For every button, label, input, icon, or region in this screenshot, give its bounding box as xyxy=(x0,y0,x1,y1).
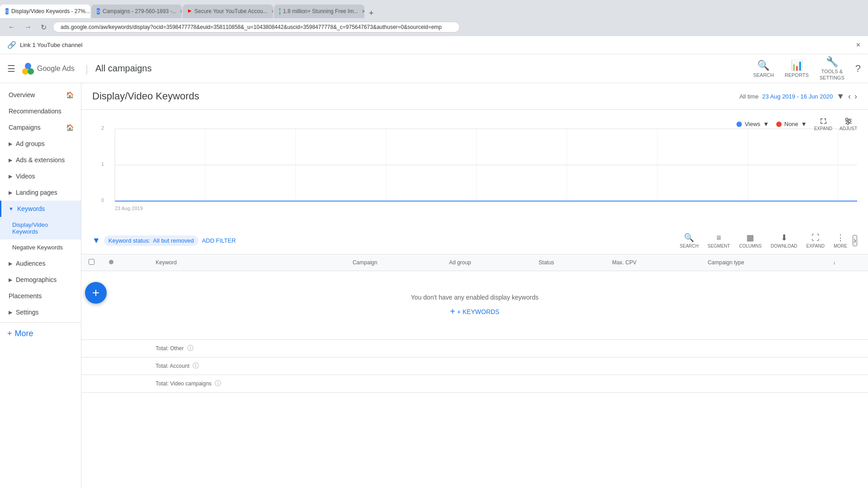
help-button[interactable]: ? xyxy=(855,63,861,75)
sidebar-more[interactable]: + More xyxy=(0,324,81,343)
tab-active[interactable]: G Display/Video Keywords - 27%... ✕ xyxy=(0,5,90,18)
chart-controls: Views ▼ None ▼ EXPAND ADJUST xyxy=(736,117,857,131)
date-prev-button[interactable]: ‹ xyxy=(848,92,851,101)
expand-toolbar-label: EXPAND xyxy=(807,244,825,249)
col-status[interactable]: Status xyxy=(532,254,605,271)
content-area: Display/Video Keywords All time 23 Aug 2… xyxy=(81,83,868,488)
col-keyword[interactable]: Keyword xyxy=(148,254,345,271)
date-range-selector[interactable]: All time 23 Aug 2019 - 16 Jun 2020 ▼ ‹ › xyxy=(739,92,857,101)
sidebar-item-adgroups[interactable]: ▶ Ad groups xyxy=(0,136,81,152)
sidebar-item-keywords[interactable]: ▼ Keywords xyxy=(0,201,81,217)
tab-images[interactable]: i 1.8 million+ Stunning Free Im... ✕ xyxy=(274,5,364,18)
tools-icon: 🔧 xyxy=(826,56,838,68)
sidebar-label-keywords: Keywords xyxy=(17,205,45,212)
chart-adjust-button[interactable]: ADJUST xyxy=(840,117,857,131)
columns-button[interactable]: ▦ COLUMNS xyxy=(736,231,765,250)
empty-state-text: You don't have any enabled display keywo… xyxy=(107,294,843,301)
date-dropdown-button[interactable]: ▼ xyxy=(836,92,844,101)
filter-value: All but removed xyxy=(153,237,193,244)
add-fab[interactable]: + xyxy=(85,282,107,304)
total-video-info[interactable]: ⓘ xyxy=(215,380,221,387)
notification-close[interactable]: ✕ xyxy=(856,42,861,48)
sidebar-label-recommendations: Recommendations xyxy=(9,108,61,115)
svg-text:23 Aug 2019: 23 Aug 2019 xyxy=(115,206,143,211)
sidebar-item-landing[interactable]: ▶ Landing pages xyxy=(0,184,81,201)
audiences-chevron: ▶ xyxy=(9,261,12,267)
hamburger-menu[interactable]: ☰ xyxy=(7,63,15,74)
tools-action[interactable]: 🔧 TOOLS &SETTINGS xyxy=(820,56,844,80)
expand-toolbar-icon: ⛶ xyxy=(811,233,820,243)
tab-close-2[interactable]: ✕ xyxy=(180,9,182,14)
segment-button[interactable]: ≡ SEGMENT xyxy=(704,231,733,250)
sidebar-label-ads: Ads & extensions xyxy=(16,156,65,164)
sidebar-item-campaigns[interactable]: Campaigns 🏠 xyxy=(0,119,81,136)
status-dot-header xyxy=(109,260,113,264)
url-bar[interactable]: ads.google.com/aw/keywords/display?ocid=… xyxy=(53,22,460,33)
segment-icon: ≡ xyxy=(717,233,722,243)
chart-expand-button[interactable]: EXPAND xyxy=(814,117,832,131)
more-button[interactable]: ⋮ MORE xyxy=(830,231,851,250)
tab-close-4[interactable]: ✕ xyxy=(362,9,364,14)
col-campaign-type[interactable]: Campaign type xyxy=(700,254,826,271)
tab-campaigns[interactable]: G Campaigns - 279-560-1893 -... ✕ xyxy=(91,5,182,18)
forward-button[interactable]: → xyxy=(22,22,34,32)
none-chevron: ▼ xyxy=(801,121,807,127)
svg-point-1 xyxy=(28,68,34,75)
expand-label: EXPAND xyxy=(814,126,832,131)
filter-label: Keyword status: xyxy=(108,237,151,244)
expand-icon xyxy=(819,117,827,125)
new-tab-button[interactable]: + xyxy=(365,9,377,18)
reports-action[interactable]: 📊 REPORTS xyxy=(785,60,809,78)
sidebar-item-ads[interactable]: ▶ Ads & extensions xyxy=(0,152,81,168)
tab-favicon: G xyxy=(5,8,9,14)
notification-text: Link 1 YouTube channel xyxy=(20,42,82,48)
search-action[interactable]: 🔍 SEARCH xyxy=(753,60,774,78)
sidebar: Overview 🏠 Recommendations Campaigns 🏠 ▶… xyxy=(0,83,81,488)
tab-close-3[interactable]: ✕ xyxy=(271,9,273,14)
sidebar-item-settings[interactable]: ▶ Settings xyxy=(0,304,81,320)
search-toolbar-button[interactable]: 🔍 SEARCH xyxy=(676,231,703,250)
total-other-info[interactable]: ⓘ xyxy=(187,344,193,352)
back-button[interactable]: ← xyxy=(5,22,18,32)
header: ☰ Google Ads | All campaigns 🔍 SEARCH 📊 … xyxy=(0,54,868,83)
col-campaign[interactable]: Campaign xyxy=(345,254,442,271)
select-all-checkbox[interactable] xyxy=(89,259,94,265)
reload-button[interactable]: ↻ xyxy=(38,22,49,33)
adjust-icon xyxy=(844,117,853,125)
sidebar-item-videos[interactable]: ▶ Videos xyxy=(0,168,81,184)
sidebar-label-negative-keywords: Negative Keywords xyxy=(12,244,63,251)
sidebar-item-demographics[interactable]: ▶ Demographics xyxy=(0,272,81,288)
sidebar-divider xyxy=(0,322,81,323)
plus-icon: + xyxy=(7,329,12,338)
views-legend[interactable]: Views ▼ xyxy=(736,121,769,127)
date-range-value: 23 Aug 2019 - 16 Jun 2020 xyxy=(762,93,833,100)
col-adgroup[interactable]: Ad group xyxy=(442,254,531,271)
col-maxcpv[interactable]: Max. CPV xyxy=(605,254,700,271)
sidebar-label-videos: Videos xyxy=(16,173,35,180)
filter-chip[interactable]: Keyword status: All but removed xyxy=(104,235,198,246)
download-button[interactable]: ⬇ DOWNLOAD xyxy=(767,231,801,250)
sidebar-item-placements[interactable]: Placements xyxy=(0,288,81,304)
toolbar-collapse-button[interactable]: › xyxy=(853,235,857,246)
total-account-info[interactable]: ⓘ xyxy=(193,362,199,369)
add-filter-button[interactable]: ADD FILTER xyxy=(202,237,236,244)
empty-state: You don't have any enabled display keywo… xyxy=(89,276,861,335)
sidebar-item-recommendations[interactable]: Recommendations xyxy=(0,103,81,119)
add-keywords-button[interactable]: + + KEYWORDS xyxy=(450,306,499,317)
sidebar-label-landing: Landing pages xyxy=(16,189,57,196)
add-keywords-label: + KEYWORDS xyxy=(457,308,500,315)
tab-label-3: Secure Your YouTube Accou... xyxy=(194,8,268,14)
expand-toolbar-button[interactable]: ⛶ EXPAND xyxy=(803,231,828,250)
date-next-button[interactable]: › xyxy=(854,92,857,101)
sidebar-item-display-keywords[interactable]: Display/Video Keywords xyxy=(0,217,81,239)
tab-youtube[interactable]: ▶ Secure Your YouTube Accou... ✕ xyxy=(183,5,273,18)
views-chevron: ▼ xyxy=(763,121,769,127)
col-sort[interactable]: ↓ xyxy=(826,254,868,271)
chart-svg: 2 1 0 23 Aug 2019 16 Jun 2020 xyxy=(92,121,857,211)
sidebar-label-display-keywords: Display/Video Keywords xyxy=(12,221,74,235)
logo-text: Google Ads xyxy=(37,65,75,73)
sidebar-item-overview[interactable]: Overview 🏠 xyxy=(0,87,81,103)
none-legend[interactable]: None ▼ xyxy=(776,121,807,127)
sidebar-item-audiences[interactable]: ▶ Audiences xyxy=(0,255,81,272)
sidebar-item-negative-keywords[interactable]: Negative Keywords xyxy=(0,239,81,255)
